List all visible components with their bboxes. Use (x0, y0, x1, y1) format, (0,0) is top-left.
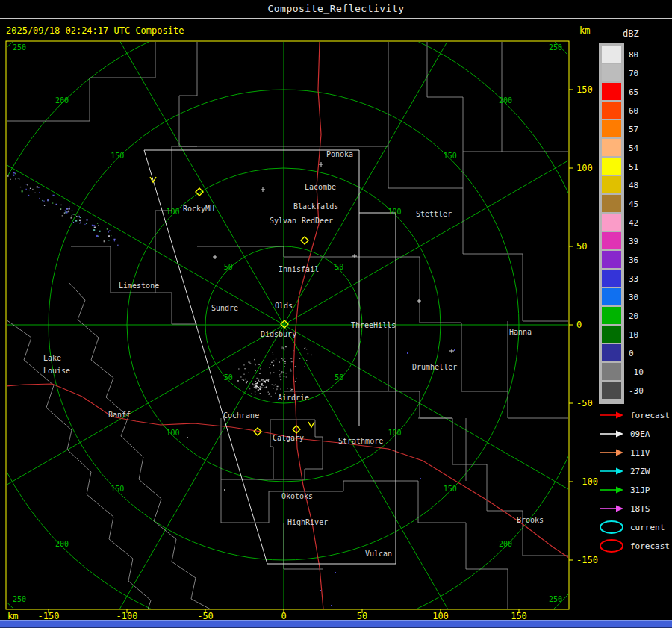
radar-echo (272, 385, 273, 385)
radar-echo (30, 188, 31, 189)
radar-echo (263, 382, 264, 382)
radar-echo (291, 389, 293, 390)
radar-echo (98, 225, 99, 226)
radar-echo (28, 195, 29, 196)
dbz-value-label: 48 (629, 181, 638, 190)
radar-echo (259, 381, 261, 382)
axis-unit-right: km (579, 25, 590, 36)
radar-echo (246, 382, 247, 383)
radar-echo (15, 178, 16, 179)
radar-echo (276, 388, 278, 389)
product-timestamp: 2025/09/18 02:24:17 UTC Composite (6, 25, 184, 36)
radar-echo (76, 216, 77, 217)
radar-echo (15, 173, 16, 174)
dbz-value-label: -10 (629, 367, 644, 377)
radar-echo (284, 363, 285, 364)
radar-echo (93, 225, 95, 226)
radar-echo (49, 200, 49, 201)
radar-echo (290, 388, 291, 388)
radar-echo (293, 350, 293, 351)
dbz-color-swatch (602, 64, 621, 81)
dbz-color-swatch (602, 158, 621, 175)
dbz-value-label: 10 (629, 330, 638, 340)
range-ring-label: 200 (55, 96, 69, 105)
scrollbar-thumb[interactable] (0, 620, 672, 628)
dbz-value-label: 65 (629, 87, 638, 97)
track-label: 09EA (630, 429, 650, 439)
track-arrow-icon (616, 450, 623, 456)
city-label: Didsbury (261, 330, 296, 338)
dbz-value-label: 57 (629, 125, 638, 134)
radar-echo (268, 391, 269, 392)
radar-echo (275, 385, 276, 385)
radar-echo (237, 380, 239, 381)
county-boundary (284, 523, 323, 569)
radar-echo (285, 346, 287, 347)
horizontal-scrollbar[interactable] (0, 620, 672, 628)
range-ring-label: 200 (499, 540, 512, 548)
radar-echo (283, 347, 284, 348)
radar-site-icon (301, 237, 308, 244)
city-label: Calgary (273, 434, 304, 442)
radar-echo (290, 390, 292, 391)
radar-echo (13, 175, 14, 176)
radar-echo (72, 215, 72, 216)
radar-echo (269, 367, 270, 367)
radar-echo (73, 222, 74, 223)
city-label: Stettler (416, 210, 452, 218)
track-label: current (630, 523, 665, 532)
track-arrow-icon (616, 412, 623, 419)
radar-echo (38, 187, 39, 188)
radar-echo (285, 373, 286, 373)
city-label: Hanna (509, 328, 532, 336)
radar-echo (244, 368, 245, 369)
radar-echo (86, 223, 87, 224)
radar-echo (270, 373, 270, 374)
radar-echo (267, 379, 267, 379)
dbz-color-swatch (602, 120, 621, 137)
dbz-value-label: 30 (629, 293, 638, 302)
dbz-value-label: 33 (629, 274, 638, 284)
track-ellipse-icon (600, 521, 623, 533)
radar-echo (283, 372, 284, 373)
radial-line (0, 325, 284, 534)
range-ring-label: 250 (13, 43, 26, 52)
city-label: ThreeHills (351, 321, 396, 329)
radar-echo (60, 209, 61, 210)
range-ring-label: 100 (388, 208, 401, 216)
range-ring-label: 200 (55, 540, 69, 548)
radar-coverage-outline (144, 150, 359, 426)
dbz-color-swatch (602, 288, 621, 305)
radar-echo (93, 229, 95, 231)
dbz-color-swatch (602, 139, 621, 156)
radar-echo (117, 245, 118, 246)
radar-echo (268, 380, 269, 381)
county-boundary (463, 188, 569, 321)
radar-echo (261, 383, 263, 384)
radar-echo (187, 437, 188, 438)
dbz-value-label: -30 (629, 386, 644, 396)
radar-echo (10, 179, 10, 180)
radar-echo (279, 376, 280, 377)
city-label: Olds (275, 302, 293, 310)
axis-tick-label: -100 (576, 476, 598, 487)
radar-echo (295, 366, 296, 367)
radar-echo (283, 349, 284, 349)
dbz-value-label: 45 (629, 199, 638, 209)
radar-echo (113, 239, 115, 240)
dbz-color-swatch (602, 232, 621, 249)
highway-line (296, 438, 569, 558)
radar-echo (304, 348, 305, 349)
city-label: Vulcan (365, 550, 392, 558)
range-ring-label: 200 (499, 96, 512, 105)
radar-echo (264, 381, 266, 382)
radar-display[interactable]: 5050505010010010010015015015015020020020… (0, 0, 672, 628)
radar-echo (73, 214, 74, 215)
radar-echo (255, 381, 256, 382)
track-ellipse-icon (600, 540, 623, 552)
track-label: 31JP (630, 485, 650, 495)
radar-echo (109, 230, 110, 231)
radar-echo (52, 202, 53, 203)
radar-echo (261, 385, 262, 385)
radar-echo (276, 390, 276, 391)
